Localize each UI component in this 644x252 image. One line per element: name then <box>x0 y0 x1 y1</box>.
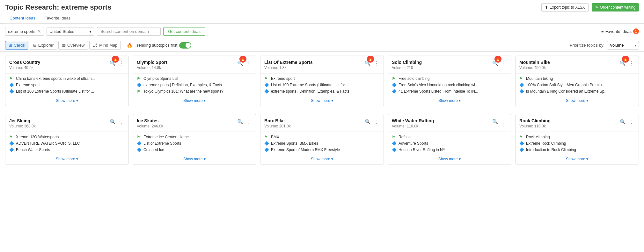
more-icon[interactable]: ⋮ <box>245 118 252 125</box>
card-item-text: 41 Extreme Sports Listed From Intense To… <box>399 89 478 94</box>
card-actions: 🔍 ⋮ <box>236 118 252 125</box>
card-rock-climbing: Rock Climbing Volume: 110.0k 🔍 ⋮ ⚑ Rock … <box>515 114 639 165</box>
keyword-close-icon[interactable]: ✕ <box>37 29 41 34</box>
more-icon[interactable]: ⋮ <box>628 60 635 67</box>
show-more-button[interactable]: Show more ▾ <box>260 96 384 106</box>
green-flag-icon: ⚑ <box>137 135 141 139</box>
card-title: Mountain Bike <box>519 60 619 65</box>
card-item: 🔷 List of Extreme Sports <box>137 140 252 147</box>
more-icon[interactable]: ⋮ <box>501 60 507 67</box>
card-item: 🔷 Extreme Rock Climbing <box>519 140 635 147</box>
card-items: ⚑ Olympics Sports List 🔷 extreme sports … <box>133 73 256 96</box>
card-title: Jet Skiing <box>9 118 109 123</box>
tab-favorite-ideas[interactable]: Favorite Ideas <box>40 13 75 23</box>
search-icon[interactable]: 🔍 <box>236 118 244 125</box>
card-item: ⚑ Xtreme H2O Watersports <box>9 134 125 140</box>
volume-select[interactable]: Volume <box>607 41 639 50</box>
more-icon[interactable]: ⋮ <box>373 60 380 67</box>
card-item-text: Free Solo's Alex Honnold on rock-climbin… <box>399 83 478 87</box>
card-item-text: Extreme Sports: BMX Bikes <box>271 141 318 146</box>
show-more-button[interactable]: Show more ▾ <box>5 154 128 164</box>
order-content-button[interactable]: ✎ Order content writing <box>592 3 639 11</box>
green-flag-icon: ⚑ <box>137 89 141 94</box>
more-icon[interactable]: ⋮ <box>501 118 507 125</box>
card-item: 🔷 List of 100 Extreme Sports (Ultimate L… <box>9 88 125 95</box>
show-more-button[interactable]: Show more ▾ <box>260 154 384 164</box>
search-icon[interactable]: 🔍 <box>364 118 372 125</box>
search-icon[interactable]: 🔍 <box>491 118 499 125</box>
export-button[interactable]: ⬆ Export topic to XLSX <box>541 3 589 11</box>
blue-link-icon: 🔷 <box>519 148 524 152</box>
volume-select-wrap: Volume <box>607 41 639 50</box>
card-items: ⚑ Extreme sport 🔷 List of 100 Extreme Sp… <box>260 73 384 96</box>
card-list-extreme-sports: 🔥 List Of Extreme Sports Volume: 1.3k 🔍 … <box>260 56 384 106</box>
card-title-block: Solo Climbing Volume: 210 <box>392 60 491 70</box>
fire-icon: 🔥 <box>127 42 133 48</box>
card-item: ⚑ Tokyo Olympics 101: What are the new s… <box>137 88 252 95</box>
view-cards-button[interactable]: ⊞ Cards <box>5 41 28 50</box>
show-more-button[interactable]: Show more ▾ <box>516 96 639 106</box>
blue-link-icon: 🔷 <box>264 141 269 146</box>
more-icon[interactable]: ⋮ <box>245 60 252 67</box>
card-item-text: List of 100 Extreme Sports (Ultimate Lis… <box>16 89 94 94</box>
card-volume: Volume: 110.0k <box>519 124 619 128</box>
show-more-button[interactable]: Show more ▾ <box>5 96 128 106</box>
view-mindmap-button[interactable]: ⎇ Mind Map <box>89 41 121 50</box>
show-more-button[interactable]: Show more ▾ <box>133 154 256 164</box>
card-item-text: Adventure Sports <box>399 141 428 146</box>
overview-icon: ▦ <box>62 43 66 48</box>
card-item-text: Introduction to Rock Climbing <box>526 148 576 152</box>
card-item-text: Rock climbing <box>526 135 550 139</box>
green-flag-icon: ⚑ <box>9 76 14 81</box>
favorite-ideas-button[interactable]: ≡ Favorite Ideas 1 <box>601 28 639 34</box>
blue-link-icon: 🔷 <box>9 141 14 146</box>
more-icon[interactable]: ⋮ <box>628 118 635 125</box>
get-content-ideas-button[interactable]: Get content ideas <box>163 27 205 36</box>
filter-row: extreme sports ✕ United States ▾ Get con… <box>0 24 644 39</box>
card-item-text: Hudson River Rafting in NY <box>399 148 445 152</box>
more-icon[interactable]: ⋮ <box>118 118 125 125</box>
card-header: Bmx Bike Volume: 201.0k 🔍 ⋮ <box>260 114 384 130</box>
trending-badge: 🔥 <box>494 56 501 63</box>
domain-input[interactable] <box>97 27 161 36</box>
card-actions: 🔍 ⋮ <box>491 118 507 125</box>
more-icon[interactable]: ⋮ <box>118 60 125 67</box>
card-title: List Of Extreme Sports <box>264 60 364 65</box>
card-item-text: Extreme Sport of Modern BMX Freestyle <box>271 148 340 152</box>
card-item-text: Xtreme H2O Watersports <box>16 135 59 139</box>
edit-icon: ✎ <box>595 5 598 10</box>
card-jet-skiing: Jet Skiing Volume: 368.0k 🔍 ⋮ ⚑ Xtreme H… <box>5 114 129 165</box>
card-header: Mountain Bike Volume: 450.0k 🔍 ⋮ <box>516 56 639 71</box>
tab-content-ideas[interactable]: Content Ideas <box>5 13 40 23</box>
card-item: 🔷 41 Extreme Sports Listed From Intense … <box>392 88 507 95</box>
show-more-button[interactable]: Show more ▾ <box>133 96 256 106</box>
trending-toggle[interactable] <box>179 42 191 49</box>
card-items: ⚑ Rafting 🔷 Adventure Sports 🔷 Hudson Ri… <box>388 132 511 154</box>
blue-link-icon: 🔷 <box>137 141 141 146</box>
show-more-button[interactable]: Show more ▾ <box>516 154 639 164</box>
card-title-block: Rock Climbing Volume: 110.0k <box>519 118 619 128</box>
country-select[interactable]: United States ▾ <box>47 27 94 36</box>
card-bmx-bike: Bmx Bike Volume: 201.0k 🔍 ⋮ ⚑ BMX 🔷 Extr… <box>260 114 384 165</box>
view-explorer-button[interactable]: ⊟ Explorer <box>30 41 57 50</box>
card-volume: Volume: 450.0k <box>519 65 619 70</box>
card-item: ⚑ Free solo climbing <box>392 75 507 82</box>
card-title: Bmx Bike <box>264 118 364 123</box>
list-icon: ≡ <box>601 29 604 34</box>
view-overview-button[interactable]: ▦ Overview <box>58 41 88 50</box>
search-icon[interactable]: 🔍 <box>619 118 627 125</box>
show-more-button[interactable]: Show more ▾ <box>388 154 511 164</box>
card-actions: 🔍 ⋮ <box>619 118 635 125</box>
card-item-text: China bans extreme sports in wake of ult… <box>16 76 95 81</box>
card-item-text: List of 100 Extreme Sports (Ultimate Lis… <box>271 83 349 87</box>
green-flag-icon: ⚑ <box>519 135 524 139</box>
more-icon[interactable]: ⋮ <box>373 118 380 125</box>
card-item: 🔷 Is Mountain Biking Considered an Extre… <box>519 88 635 95</box>
card-item-text: extreme sports | Definition, Examples, &… <box>143 83 222 87</box>
card-item: 🔷 Free Solo's Alex Honnold on rock-climb… <box>392 82 507 88</box>
show-more-button[interactable]: Show more ▾ <box>388 96 511 106</box>
blue-link-icon: 🔷 <box>264 148 269 152</box>
search-icon[interactable]: 🔍 <box>109 118 117 125</box>
card-item-text: 100% Cotton Soft Style Men Graphic Premi… <box>526 83 605 87</box>
card-title-block: Jet Skiing Volume: 368.0k <box>9 118 109 128</box>
